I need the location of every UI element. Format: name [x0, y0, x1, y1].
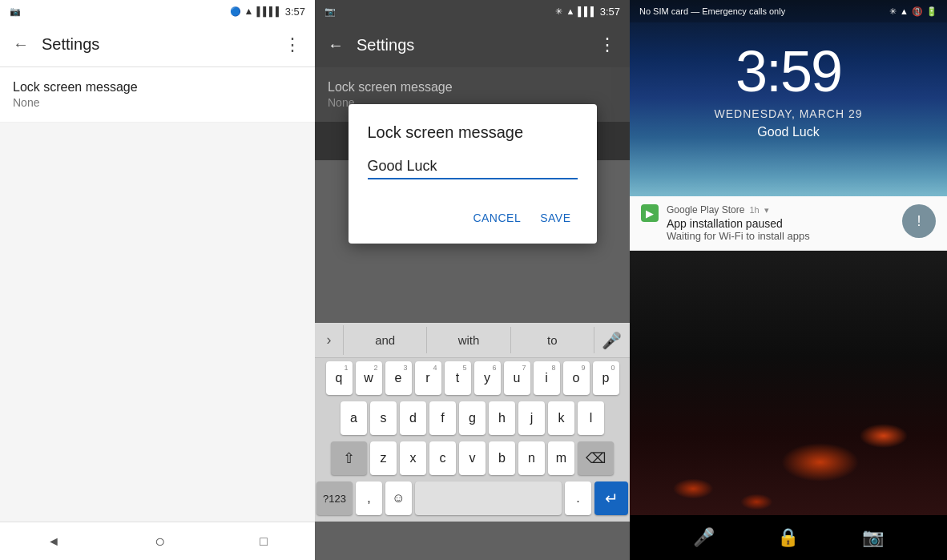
home-nav-button[interactable]: ○	[155, 531, 165, 552]
notification-card[interactable]: ▶ Google Play Store 1h ▾ App installatio…	[630, 196, 947, 251]
key-a[interactable]: a	[341, 401, 367, 435]
notification-body: Waiting for Wi-Fi to install apps	[667, 230, 894, 242]
comma-key[interactable]: ,	[356, 481, 382, 515]
emoji-key[interactable]: ☺	[385, 481, 412, 515]
no-sim-text: No SIM card — Emergency calls only	[639, 6, 889, 16]
keyboard: › and with to 🎤 1q 2w 3e 4r 5t 6y 7u 8i …	[315, 323, 630, 522]
lockscreen-sim-icon: 📵	[912, 6, 923, 17]
lockscreen-battery-icon: 🔋	[926, 6, 937, 17]
cancel-button[interactable]: CANCEL	[466, 205, 527, 231]
key-i[interactable]: 8i	[534, 361, 560, 395]
backspace-key[interactable]: ⌫	[578, 441, 614, 475]
symbols-key[interactable]: ?123	[316, 481, 353, 515]
notification-app-name: Google Play Store	[667, 204, 744, 216]
key-e[interactable]: 3e	[385, 361, 412, 395]
time-display: 3:57	[285, 6, 305, 18]
back-nav-button[interactable]: ◄	[47, 534, 60, 549]
panel1-nav-bar: ◄ ○ □	[0, 522, 315, 560]
period-key[interactable]: .	[565, 481, 591, 515]
lock-screen-message-subtitle: None	[13, 96, 302, 109]
lockscreen-time: 3:59	[735, 38, 841, 104]
panel2-settings-dialog: 📷 ✳ ▲ ▌▌▌ 3:57 ← Settings ⋮ Lock screen …	[315, 0, 630, 560]
wifi-icon: ▲	[244, 6, 254, 17]
panel1-toolbar: ← Settings ⋮	[0, 22, 315, 67]
lockscreen-date: WEDNESDAY, MARCH 29	[715, 107, 863, 120]
keyboard-row-4: ?123 , ☺ . ↵	[315, 478, 630, 522]
notification-thumbnail: !	[902, 204, 936, 238]
recents-nav-button[interactable]: □	[260, 534, 268, 549]
key-r[interactable]: 4r	[415, 361, 441, 395]
panel3-lockscreen: No SIM card — Emergency calls only ✳ ▲ 📵…	[630, 0, 947, 560]
key-c[interactable]: c	[429, 441, 456, 475]
lockscreen-camera-button[interactable]: 📷	[862, 527, 884, 548]
keyboard-row-3: ⇧ z x c v b n m ⌫	[315, 438, 630, 478]
lava-texture	[630, 251, 947, 515]
notification-title: App installation paused	[667, 217, 894, 230]
notification-chevron-icon: ▾	[764, 205, 769, 216]
lockscreen-nav-bar: 🎤 🔒 📷	[630, 515, 947, 560]
lockscreen-top: No SIM card — Emergency calls only ✳ ▲ 📵…	[630, 0, 947, 196]
suggestion-and[interactable]: and	[344, 327, 427, 353]
key-d[interactable]: d	[400, 401, 426, 435]
key-v[interactable]: v	[459, 441, 486, 475]
key-z[interactable]: z	[370, 441, 397, 475]
signal-icon: ▌▌▌▌	[257, 6, 282, 16]
bluetooth-icon: 🔵	[230, 6, 241, 17]
save-button[interactable]: SAVE	[534, 205, 577, 231]
key-u[interactable]: 7u	[504, 361, 530, 395]
dialog-input-wrap	[368, 158, 578, 179]
panel1-status-icons-left: 📷	[10, 6, 21, 17]
notification-time: 1h	[749, 205, 759, 215]
lockscreen-status-bar: No SIM card — Emergency calls only ✳ ▲ 📵…	[630, 0, 947, 22]
keyboard-suggestions: › and with to 🎤	[315, 323, 630, 358]
lock-screen-message-item[interactable]: Lock screen message None	[0, 67, 315, 123]
lockscreen-message: Good Luck	[757, 125, 819, 139]
notification-content: Google Play Store 1h ▾ App installation …	[667, 204, 894, 242]
mic-keyboard-icon[interactable]: 🎤	[594, 331, 630, 350]
lockscreen-bottom	[630, 251, 947, 515]
key-w[interactable]: 2w	[356, 361, 382, 395]
lock-screen-message-dialog: Lock screen message CANCEL SAVE	[349, 104, 597, 244]
key-n[interactable]: n	[518, 441, 545, 475]
enter-key[interactable]: ↵	[594, 481, 628, 515]
keyboard-row-1: 1q 2w 3e 4r 5t 6y 7u 8i 9o 0p	[315, 358, 630, 398]
lock-screen-message-input[interactable]	[368, 158, 578, 178]
lockscreen-lock-button[interactable]: 🔒	[777, 527, 799, 548]
more-options-button[interactable]: ⋮	[284, 34, 302, 55]
key-q[interactable]: 1q	[326, 361, 353, 395]
key-f[interactable]: f	[429, 401, 456, 435]
panel1-settings-list: Lock screen message None	[0, 67, 315, 123]
lockscreen-bluetooth-icon: ✳	[889, 6, 897, 17]
key-y[interactable]: 6y	[474, 361, 501, 395]
key-m[interactable]: m	[548, 441, 574, 475]
key-s[interactable]: s	[370, 401, 397, 435]
back-button[interactable]: ←	[13, 35, 29, 54]
lockscreen-wifi-icon: ▲	[900, 6, 909, 16]
key-l[interactable]: l	[578, 401, 604, 435]
suggestion-expand[interactable]: ›	[315, 325, 344, 355]
suggestion-to[interactable]: to	[511, 327, 594, 353]
key-o[interactable]: 9o	[563, 361, 590, 395]
play-store-icon: ▶	[641, 204, 659, 222]
key-t[interactable]: 5t	[445, 361, 471, 395]
key-k[interactable]: k	[548, 401, 574, 435]
space-key[interactable]	[415, 481, 562, 515]
key-j[interactable]: j	[518, 401, 545, 435]
lock-screen-message-title: Lock screen message	[13, 80, 302, 95]
lockscreen-mic-button[interactable]: 🎤	[693, 527, 715, 548]
panel1-settings: 📷 🔵 ▲ ▌▌▌▌ 3:57 ← Settings ⋮ Lock screen…	[0, 0, 315, 560]
keyboard-row-2: a s d f g h j k l	[315, 398, 630, 438]
key-g[interactable]: g	[459, 401, 486, 435]
dialog-actions: CANCEL SAVE	[368, 199, 578, 237]
key-h[interactable]: h	[489, 401, 515, 435]
lockscreen-status-icons: ✳ ▲ 📵 🔋	[889, 6, 937, 17]
notification-header: Google Play Store 1h ▾	[667, 204, 894, 216]
key-b[interactable]: b	[489, 441, 515, 475]
key-p[interactable]: 0p	[593, 361, 619, 395]
panel1-status-bar: 📷 🔵 ▲ ▌▌▌▌ 3:57	[0, 0, 315, 22]
key-x[interactable]: x	[400, 441, 426, 475]
suggestion-with[interactable]: with	[427, 327, 510, 353]
settings-title: Settings	[42, 35, 284, 54]
shift-key[interactable]: ⇧	[331, 441, 367, 475]
dialog-title: Lock screen message	[368, 123, 578, 142]
